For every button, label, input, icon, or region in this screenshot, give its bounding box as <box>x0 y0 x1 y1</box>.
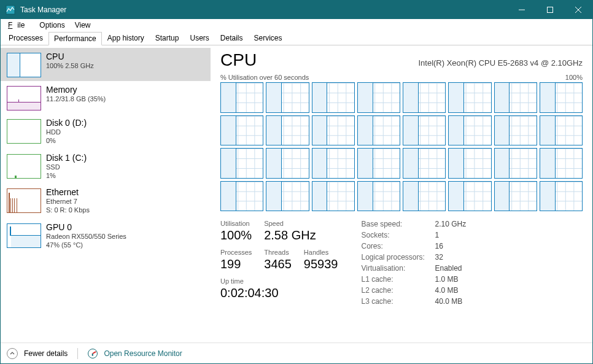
tab-strip: Processes Performance App history Startu… <box>1 31 592 45</box>
core-grid[interactable] <box>220 82 583 211</box>
tab-users[interactable]: Users <box>184 31 214 45</box>
sidebar-item-sub: Ethernet 7 S: 0 R: 0 Kbps <box>46 197 90 215</box>
core-graph <box>312 82 355 113</box>
logical-processors: 32 <box>435 253 466 262</box>
chevron-up-icon[interactable] <box>7 348 18 359</box>
core-graph <box>266 82 309 113</box>
gpu-thumb-icon <box>7 223 41 248</box>
graph-label: % Utilisation over 60 seconds <box>220 74 309 81</box>
sidebar-item-disk1[interactable]: Disk 1 (C:) SSD 1% <box>1 149 211 184</box>
separator <box>77 348 78 359</box>
core-graph <box>494 115 537 146</box>
titlebar: Task Manager <box>1 1 592 19</box>
core-graph <box>540 115 583 146</box>
graph-max: 100% <box>565 74 583 81</box>
core-graph <box>357 181 400 212</box>
resource-monitor-icon[interactable] <box>88 349 98 358</box>
ethernet-thumb-icon <box>7 188 41 213</box>
stat-label: Utilisation <box>220 220 252 227</box>
core-graph <box>494 181 537 212</box>
stat-label: Up time <box>220 277 338 285</box>
sidebar-item-ethernet[interactable]: Ethernet Ethernet 7 S: 0 R: 0 Kbps <box>1 184 211 219</box>
core-graph <box>448 148 491 179</box>
open-resource-monitor-link[interactable]: Open Resource Monitor <box>104 349 182 358</box>
core-graph <box>312 148 355 179</box>
memory-thumb-icon <box>7 86 41 110</box>
footer: Fewer details Open Resource Monitor <box>1 343 592 363</box>
uptime-value: 0:02:04:30 <box>220 286 338 300</box>
core-graph <box>357 115 400 146</box>
stat-label: Handles <box>304 249 338 256</box>
sidebar-item-gpu0[interactable]: GPU 0 Radeon RX550/550 Series 47% (55 °C… <box>1 219 211 254</box>
fewer-details-link[interactable]: Fewer details <box>24 349 68 358</box>
sidebar-item-sub: SSD 1% <box>46 163 87 180</box>
detail-heading: CPU <box>220 50 257 70</box>
core-graph <box>266 115 309 146</box>
core-graph <box>403 115 446 146</box>
close-button[interactable] <box>564 1 592 19</box>
utilisation-value: 100% <box>220 228 252 242</box>
cores: 16 <box>435 242 466 251</box>
menubar: File Options View <box>1 19 592 31</box>
sidebar-item-label: CPU <box>46 52 94 61</box>
handles-value: 95939 <box>304 257 338 271</box>
virtualisation: Enabled <box>435 264 466 273</box>
core-graph <box>403 148 446 179</box>
minimize-button[interactable] <box>508 1 536 19</box>
sidebar-item-sub: HDD 0% <box>46 128 87 145</box>
core-graph <box>266 148 309 179</box>
core-graph <box>220 82 263 113</box>
sidebar-item-disk0[interactable]: Disk 0 (D:) HDD 0% <box>1 114 211 149</box>
tab-processes[interactable]: Processes <box>3 31 48 45</box>
menu-options[interactable]: Options <box>34 20 69 31</box>
disk-thumb-icon <box>7 119 41 144</box>
core-graph <box>220 115 263 146</box>
core-graph <box>220 148 263 179</box>
sidebar-item-label: Memory <box>46 85 106 95</box>
core-graph <box>357 148 400 179</box>
core-graph <box>312 181 355 212</box>
sidebar-item-sub: 100% 2.58 GHz <box>46 61 94 70</box>
menu-file[interactable]: File <box>3 20 34 31</box>
sidebar: CPU 100% 2.58 GHz Memory 11.2/31.8 GB (3… <box>1 45 211 343</box>
base-speed: 2.10 GHz <box>435 220 466 229</box>
stat-label: Speed <box>264 220 316 227</box>
sidebar-item-label: Disk 0 (D:) <box>46 118 87 128</box>
sidebar-item-memory[interactable]: Memory 11.2/31.8 GB (35%) <box>1 81 211 114</box>
menu-view[interactable]: View <box>70 20 96 31</box>
tab-performance[interactable]: Performance <box>48 32 102 45</box>
main-area: CPU 100% 2.58 GHz Memory 11.2/31.8 GB (3… <box>1 45 592 343</box>
core-graph <box>448 82 491 113</box>
l3-cache: 40.0 MB <box>435 297 466 306</box>
l2-cache: 4.0 MB <box>435 286 466 295</box>
stat-label: Threads <box>264 249 292 256</box>
core-graph <box>266 181 309 212</box>
core-graph <box>540 148 583 179</box>
threads-value: 3465 <box>264 257 292 271</box>
cpu-thumb-icon <box>7 53 41 77</box>
sockets: 1 <box>435 231 466 240</box>
sidebar-item-sub: Radeon RX550/550 Series 47% (55 °C) <box>46 232 126 250</box>
sidebar-item-sub: 11.2/31.8 GB (35%) <box>46 95 106 103</box>
core-graph <box>357 82 400 113</box>
tab-services[interactable]: Services <box>249 31 288 45</box>
core-graph <box>540 181 583 212</box>
tab-startup[interactable]: Startup <box>150 31 185 45</box>
svg-rect-2 <box>548 7 553 13</box>
core-graph <box>403 181 446 212</box>
core-graph <box>540 82 583 113</box>
detail-pane: CPU Intel(R) Xeon(R) CPU E5-2683 v4 @ 2.… <box>211 45 592 343</box>
sidebar-item-label: GPU 0 <box>46 222 126 232</box>
stat-label: Processes <box>220 249 252 256</box>
cpu-properties: Base speed:2.10 GHz Sockets:1 Cores:16 L… <box>361 220 466 306</box>
core-graph <box>494 82 537 113</box>
core-graph <box>220 181 263 212</box>
window-title: Task Manager <box>20 6 66 14</box>
cpu-name: Intel(R) Xeon(R) CPU E5-2683 v4 @ 2.10GH… <box>418 58 583 68</box>
tab-details[interactable]: Details <box>215 31 249 45</box>
tab-app-history[interactable]: App history <box>102 31 150 45</box>
core-graph <box>448 181 491 212</box>
maximize-button[interactable] <box>536 1 564 19</box>
speed-value: 2.58 GHz <box>264 228 316 242</box>
sidebar-item-cpu[interactable]: CPU 100% 2.58 GHz <box>1 48 211 81</box>
